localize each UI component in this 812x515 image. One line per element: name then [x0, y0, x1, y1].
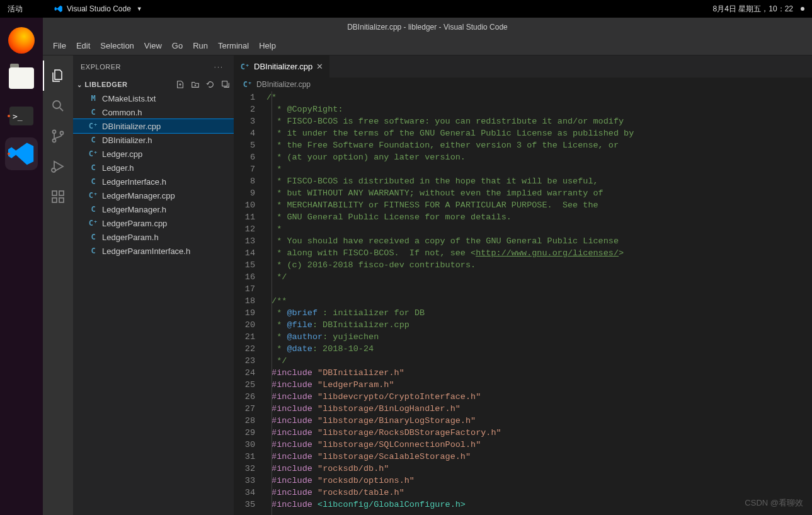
- code-line[interactable]: #include "rocksdb/db.h": [266, 463, 812, 475]
- code-line[interactable]: * but WITHOUT ANY WARRANTY; without even…: [266, 187, 812, 199]
- line-number: 10: [234, 199, 255, 211]
- code-line[interactable]: #include "libdevcrypto/CryptoInterface.h…: [266, 391, 812, 403]
- menu-file[interactable]: File: [48, 38, 71, 53]
- code-line[interactable]: * MERCHANTABILITY or FITNESS FOR A PARTI…: [266, 199, 812, 211]
- menu-terminal[interactable]: Terminal: [213, 38, 254, 53]
- file-row[interactable]: CCommon.h: [73, 105, 234, 119]
- menu-selection[interactable]: Selection: [95, 38, 139, 53]
- file-row[interactable]: CDBInitializer.h: [73, 133, 234, 147]
- file-name: LedgerParamInterface.h: [102, 246, 190, 256]
- code-line[interactable]: #include "DBInitializer.h": [266, 367, 812, 379]
- code-line[interactable]: */: [266, 271, 812, 283]
- activity-extensions[interactable]: [43, 182, 73, 212]
- file-type-icon: C: [88, 163, 98, 172]
- app-menu[interactable]: Visual Studio Code ▼: [54, 4, 142, 13]
- file-row[interactable]: C⁺Ledger.cpp: [73, 147, 234, 161]
- line-number: 32: [234, 463, 255, 475]
- title-bar: DBInitializer.cpp - libledger - Visual S…: [43, 18, 812, 37]
- code-line[interactable]: #include "libstorage/BinLogHandler.h": [266, 403, 812, 415]
- file-row[interactable]: MCMakeLists.txt: [73, 91, 234, 105]
- menu-go[interactable]: Go: [167, 38, 188, 53]
- file-name: DBInitializer.cpp: [102, 122, 161, 131]
- new-file-icon[interactable]: [176, 80, 185, 89]
- file-row[interactable]: C⁺LedgerParam.cpp: [73, 216, 234, 230]
- code-line[interactable]: [266, 283, 812, 295]
- code-line[interactable]: #include "rocksdb/options.h": [266, 475, 812, 487]
- tab-label: DBInitializer.cpp: [254, 62, 312, 71]
- code-line[interactable]: *: [266, 223, 812, 235]
- file-row[interactable]: CLedgerParamInterface.h: [73, 244, 234, 258]
- launcher-firefox[interactable]: [5, 24, 38, 57]
- code-line[interactable]: * @author: yujiechen: [266, 331, 812, 343]
- code-line[interactable]: * @brief : initializer for DB: [266, 307, 812, 319]
- file-row[interactable]: CLedgerInterface.h: [73, 175, 234, 188]
- new-folder-icon[interactable]: [191, 80, 200, 89]
- code-line[interactable]: * it under the terms of the GNU General …: [266, 127, 812, 139]
- folder-header[interactable]: ⌄ LIBLEDGER: [73, 78, 234, 91]
- code-line[interactable]: #include "libstorage/BinaryLogStorage.h": [266, 415, 812, 427]
- line-number: 4: [234, 127, 255, 139]
- code-line[interactable]: * along with FISCO-BCOS. If not, see <ht…: [266, 247, 812, 259]
- collapse-icon[interactable]: [221, 80, 230, 89]
- activity-search[interactable]: [43, 91, 73, 121]
- menu-run[interactable]: Run: [188, 38, 213, 53]
- cpp-file-icon: C⁺: [240, 62, 250, 71]
- code-line[interactable]: * the Free Software Foundation, either v…: [266, 139, 812, 151]
- code-content[interactable]: /* * @CopyRight: * FISCO-BCOS is free so…: [264, 91, 812, 515]
- file-row[interactable]: CLedger.h: [73, 161, 234, 175]
- menu-edit[interactable]: Edit: [71, 38, 95, 53]
- activity-scm[interactable]: [43, 121, 73, 151]
- launcher-vscode[interactable]: [5, 137, 38, 170]
- activities-button[interactable]: 活动: [8, 4, 23, 14]
- clock[interactable]: 8月4日 星期五，10：22: [713, 4, 793, 14]
- svg-point-2: [53, 139, 56, 142]
- close-icon[interactable]: ✕: [316, 62, 323, 71]
- code-line[interactable]: #include "libstorage/ScalableStorage.h": [266, 451, 812, 463]
- code-line[interactable]: * @CopyRight:: [266, 103, 812, 115]
- svg-rect-8: [59, 191, 64, 195]
- code-line[interactable]: * FISCO-BCOS is free software: you can r…: [266, 115, 812, 127]
- breadcrumb[interactable]: C⁺ DBInitializer.cpp: [234, 78, 812, 91]
- line-number: 16: [234, 271, 255, 283]
- code-line[interactable]: #include "libstorage/SQLConnectionPool.h…: [266, 439, 812, 451]
- code-line[interactable]: *: [266, 163, 812, 175]
- file-row[interactable]: CLedgerManager.h: [73, 202, 234, 216]
- code-line[interactable]: #include "rocksdb/table.h": [266, 487, 812, 499]
- code-line[interactable]: * (at your option) any later version.: [266, 151, 812, 163]
- line-number: 5: [234, 139, 255, 151]
- extensions-icon: [50, 189, 66, 204]
- tab-bar: C⁺ DBInitializer.cpp ✕: [234, 55, 812, 78]
- code-line[interactable]: * FISCO-BCOS is distributed in the hope …: [266, 175, 812, 187]
- line-number: 29: [234, 427, 255, 439]
- tab-dbinitializer[interactable]: C⁺ DBInitializer.cpp ✕: [234, 55, 330, 78]
- code-line[interactable]: * GNU General Public License for more de…: [266, 211, 812, 223]
- activity-debug[interactable]: [43, 151, 73, 182]
- refresh-icon[interactable]: [206, 80, 215, 89]
- activity-explorer[interactable]: [43, 61, 73, 91]
- code-line[interactable]: #include <libconfig/GlobalConfigure.h>: [266, 499, 812, 511]
- code-line[interactable]: /*: [266, 91, 812, 103]
- file-row[interactable]: C⁺DBInitializer.cpp: [73, 119, 234, 133]
- code-line[interactable]: /**: [266, 295, 812, 307]
- file-row[interactable]: C⁺LedgerManager.cpp: [73, 188, 234, 202]
- running-indicator-icon: [8, 115, 10, 117]
- menu-view[interactable]: View: [139, 38, 167, 53]
- line-number: 22: [234, 343, 255, 355]
- launcher-files[interactable]: [5, 62, 38, 95]
- code-line[interactable]: #include "libstorage/RocksDBStorageFacto…: [266, 427, 812, 439]
- svg-point-0: [53, 101, 60, 108]
- menubar: FileEditSelectionViewGoRunTerminalHelp: [43, 37, 812, 55]
- code-line[interactable]: * @file: DBInitializer.cpp: [266, 319, 812, 331]
- launcher-terminal[interactable]: >_: [5, 100, 38, 132]
- code-line[interactable]: #include "LedgerParam.h": [266, 379, 812, 391]
- code-line[interactable]: * You should have received a copy of the…: [266, 235, 812, 247]
- file-row[interactable]: CLedgerParam.h: [73, 230, 234, 244]
- menu-help[interactable]: Help: [254, 38, 281, 53]
- file-type-icon: C: [88, 177, 98, 186]
- file-name: Common.h: [102, 108, 142, 117]
- code-line[interactable]: * (c) 2016-2018 fisco-dev contributors.: [266, 259, 812, 271]
- code-area[interactable]: 1234567891011121314151617181920212223242…: [234, 91, 812, 515]
- more-actions-icon[interactable]: ···: [212, 63, 226, 71]
- code-line[interactable]: * @date: 2018-10-24: [266, 343, 812, 355]
- code-line[interactable]: */: [266, 355, 812, 367]
